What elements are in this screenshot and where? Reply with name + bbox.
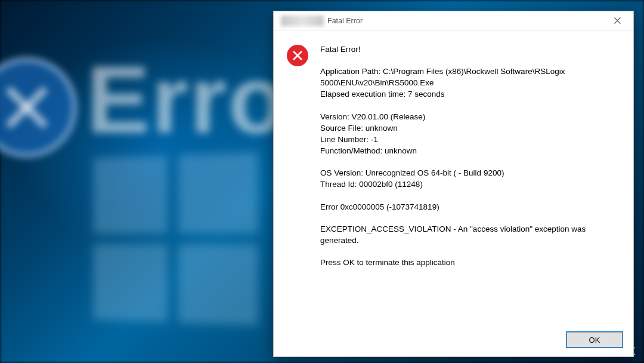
background-windows-logo-icon bbox=[94, 152, 258, 325]
error-icon bbox=[287, 45, 308, 66]
dialog-content: Fatal Error! Application Path: C:\Progra… bbox=[274, 30, 633, 323]
press-ok-instruction: Press OK to terminate this application bbox=[320, 257, 619, 268]
dialog-titlebar[interactable]: Fatal Error bbox=[274, 11, 633, 30]
dialog-title: Fatal Error bbox=[327, 17, 363, 25]
app-icon-blurred bbox=[281, 16, 324, 26]
version: Version: V20.01.00 (Release) bbox=[320, 111, 619, 122]
source-file: Source File: unknown bbox=[320, 122, 619, 134]
exception-message: EXCEPTION_ACCESS_VIOLATION - An "access … bbox=[320, 223, 619, 246]
ok-button[interactable]: OK bbox=[566, 332, 623, 347]
close-button[interactable] bbox=[603, 12, 631, 30]
close-icon bbox=[614, 17, 621, 24]
error-dialog: Fatal Error Fatal Error! Application Pat… bbox=[273, 11, 634, 357]
fatal-error-heading: Fatal Error! bbox=[320, 44, 619, 55]
error-code: Error 0xc0000005 (-1073741819) bbox=[320, 201, 619, 213]
dialog-message-body: Fatal Error! Application Path: C:\Progra… bbox=[320, 44, 619, 317]
elapsed-time: Elapsed execution time: 7 seconds bbox=[320, 88, 619, 100]
dialog-button-row: OK bbox=[274, 323, 633, 356]
thread-id: Thread Id: 00002bf0 (11248) bbox=[320, 179, 619, 190]
function-method: Function/Method: unknown bbox=[320, 145, 619, 156]
application-path: Application Path: C:\Program Files (x86)… bbox=[320, 66, 619, 88]
line-number: Line Number: -1 bbox=[320, 134, 619, 145]
background-error-text: Erro bbox=[86, 45, 287, 155]
os-version: OS Version: Unrecognized OS 64-bit ( - B… bbox=[320, 167, 619, 179]
